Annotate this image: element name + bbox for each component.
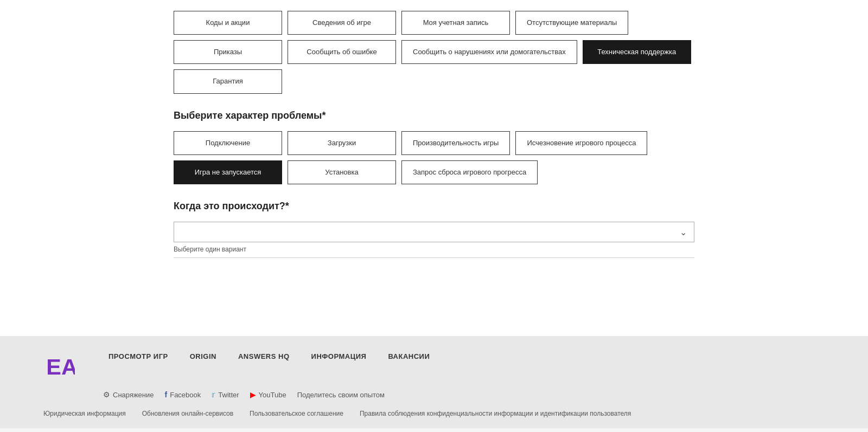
social-gear-label: Снаряжение bbox=[113, 391, 154, 399]
problem-buttons-row2: Игра не запускается Установка Запрос сбр… bbox=[174, 160, 694, 184]
problem-section: Выберите характер проблемы* Подключение … bbox=[174, 110, 694, 184]
social-youtube[interactable]: ▶ YouTube bbox=[250, 390, 286, 399]
social-share-label: Поделитесь своим опытом bbox=[297, 391, 385, 399]
when-section-title: Когда это происходит?* bbox=[174, 201, 694, 212]
when-dropdown[interactable] bbox=[174, 222, 694, 242]
footer-nav-answers-label[interactable]: ANSWERS HQ bbox=[238, 352, 290, 360]
dropdown-container: ⌄ bbox=[174, 222, 694, 242]
btn-bugreport[interactable]: Сообщить об ошибке bbox=[288, 40, 396, 64]
ea-logo-svg: EA bbox=[45, 354, 75, 378]
social-facebook-label: Facebook bbox=[170, 391, 201, 399]
divider-line bbox=[174, 257, 694, 258]
dropdown-hint: Выберите один вариант bbox=[174, 246, 694, 253]
btn-install[interactable]: Установка bbox=[288, 160, 396, 184]
svg-text:EA: EA bbox=[46, 354, 75, 378]
top-buttons-row2: Приказы Сообщить об ошибке Сообщить о на… bbox=[174, 40, 694, 64]
social-twitter-label: Twitter bbox=[218, 391, 239, 399]
social-twitter[interactable]: 𝕣 Twitter bbox=[212, 390, 239, 399]
twitter-icon: 𝕣 bbox=[212, 390, 215, 399]
footer-bottom: Юридическая информация Обновления онлайн… bbox=[43, 410, 825, 417]
btn-orders[interactable]: Приказы bbox=[174, 40, 282, 64]
btn-downloads[interactable]: Загрузки bbox=[288, 131, 396, 155]
footer-nav-answers: ANSWERS HQ bbox=[238, 352, 290, 360]
social-youtube-label: YouTube bbox=[259, 391, 286, 399]
btn-resetprogress[interactable]: Запрос сброса игрового прогресса bbox=[401, 160, 538, 184]
footer-legal[interactable]: Юридическая информация bbox=[43, 410, 126, 417]
footer-nav-info-label[interactable]: ИНФОРМАЦИЯ bbox=[311, 352, 367, 360]
top-buttons-row1: Коды и акции Сведения об игре Моя учетна… bbox=[174, 11, 694, 35]
main-content: Коды и акции Сведения об игре Моя учетна… bbox=[0, 0, 868, 336]
problem-buttons-row1: Подключение Загрузки Производительность … bbox=[174, 131, 694, 155]
footer-nav: ПРОСМОТР ИГР ORIGIN ANSWERS HQ ИНФОРМАЦИ… bbox=[108, 352, 825, 360]
problem-section-title: Выберите характер проблемы* bbox=[174, 110, 694, 121]
social-facebook[interactable]: f Facebook bbox=[165, 390, 201, 399]
btn-gameinfo[interactable]: Сведения об игре bbox=[288, 11, 396, 35]
btn-performance[interactable]: Производительность игры bbox=[401, 131, 510, 155]
youtube-icon: ▶ bbox=[250, 390, 256, 399]
btn-connection[interactable]: Подключение bbox=[174, 131, 282, 155]
footer-nav-info: ИНФОРМАЦИЯ bbox=[311, 352, 367, 360]
footer-social: ⚙ Снаряжение f Facebook 𝕣 Twitter ▶ YouT… bbox=[103, 390, 825, 399]
footer-nav-vacancies-label[interactable]: ВАКАНСИИ bbox=[388, 352, 430, 360]
footer-nav-browse: ПРОСМОТР ИГР bbox=[108, 352, 168, 360]
social-gear[interactable]: ⚙ Снаряжение bbox=[103, 390, 154, 399]
footer-nav-browse-label[interactable]: ПРОСМОТР ИГР bbox=[108, 352, 168, 360]
btn-warranty[interactable]: Гарантия bbox=[174, 69, 282, 93]
btn-missing[interactable]: Отсутствующие материалы bbox=[515, 11, 628, 35]
ea-logo: EA bbox=[43, 352, 76, 379]
footer-useragreement[interactable]: Пользовательское соглашение bbox=[250, 410, 343, 417]
btn-cantlaunch[interactable]: Игра не запускается bbox=[174, 160, 282, 184]
social-share[interactable]: Поделитесь своим опытом bbox=[297, 391, 385, 399]
top-buttons-row3: Гарантия bbox=[174, 69, 694, 93]
footer-top: EA ПРОСМОТР ИГР ORIGIN ANSWERS HQ ИНФОРМ… bbox=[43, 352, 825, 379]
btn-disappear[interactable]: Исчезновение игрового процесса bbox=[515, 131, 647, 155]
when-section: Когда это происходит?* ⌄ Выберите один в… bbox=[174, 201, 694, 258]
facebook-icon: f bbox=[165, 390, 168, 399]
dropdown-wrapper: ⌄ Выберите один вариант bbox=[174, 222, 694, 258]
btn-codes[interactable]: Коды и акции bbox=[174, 11, 282, 35]
gear-icon: ⚙ bbox=[103, 390, 110, 399]
btn-techsupport[interactable]: Техническая поддержка bbox=[583, 40, 691, 64]
footer-updates[interactable]: Обновления онлайн-сервисов bbox=[142, 410, 233, 417]
footer-nav-vacancies: ВАКАНСИИ bbox=[388, 352, 430, 360]
footer-nav-origin: ORIGIN bbox=[190, 352, 216, 360]
btn-violations[interactable]: Сообщить о нарушениях или домогательства… bbox=[401, 40, 577, 64]
footer: EA ПРОСМОТР ИГР ORIGIN ANSWERS HQ ИНФОРМ… bbox=[0, 336, 868, 428]
footer-privacy[interactable]: Правила соблюдения конфиденциальности ин… bbox=[360, 410, 631, 417]
footer-nav-origin-label[interactable]: ORIGIN bbox=[190, 352, 216, 360]
btn-account[interactable]: Моя учетная запись bbox=[401, 11, 510, 35]
